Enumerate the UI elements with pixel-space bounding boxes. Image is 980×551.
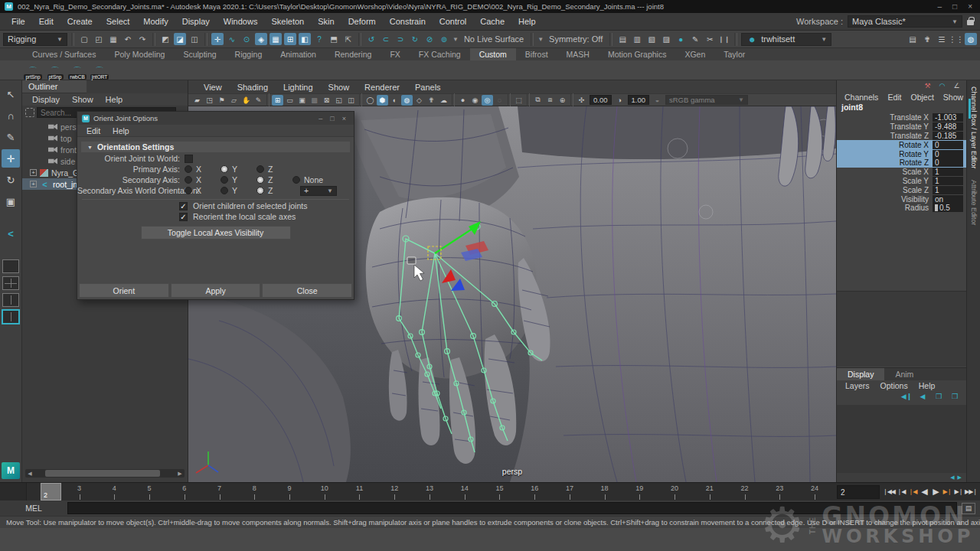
layer-editor-menu-item[interactable]: Layers	[840, 381, 875, 390]
radio-option[interactable]: X	[185, 186, 220, 195]
dialog-menu-item[interactable]: Help	[106, 126, 136, 135]
scroll-left-icon[interactable]	[25, 471, 34, 477]
close-icon[interactable]	[968, 2, 972, 11]
chevron-down-icon[interactable]	[452, 36, 459, 43]
radio-icon[interactable]	[185, 176, 192, 184]
scale-tool-icon[interactable]	[2, 192, 20, 210]
smooth-shade-icon[interactable]	[377, 95, 388, 106]
shelf-button[interactable]: prtSnp	[23, 61, 43, 80]
channel-box-menu-item[interactable]: Edit	[883, 93, 906, 102]
toggle-local-axes-button[interactable]: Toggle Local Axes Visibility	[141, 226, 291, 240]
filter-icon[interactable]	[25, 108, 34, 117]
snap-projected-center-icon[interactable]	[255, 33, 267, 45]
timeline-frame[interactable]: 18	[587, 483, 622, 500]
shelf-tab[interactable]: Rigging	[226, 48, 272, 60]
channel-attribute-row[interactable]: Translate X -1.003	[837, 113, 966, 122]
film-gate-icon[interactable]	[284, 95, 296, 106]
radio-option[interactable]: Y	[220, 175, 256, 184]
outliner-menu-item[interactable]: Help	[100, 95, 129, 104]
viewport-menu-item[interactable]: Panels	[407, 83, 449, 92]
minimize-icon[interactable]	[938, 2, 942, 11]
shelf-tab[interactable]: MASH	[557, 48, 599, 60]
channel-attribute-row[interactable]: Rotate Z 0	[837, 158, 966, 168]
timeline-frame[interactable]: 17	[552, 483, 587, 500]
radio-option[interactable]: X	[185, 165, 220, 174]
rotate-tool-icon[interactable]	[2, 171, 20, 189]
input-operations-icon[interactable]	[365, 33, 377, 45]
exposure-field[interactable]: 0.00	[590, 95, 612, 105]
menu-item[interactable]: Modify	[136, 14, 175, 29]
attribute-value[interactable]: -1.003	[933, 113, 963, 122]
radio-icon[interactable]	[256, 187, 264, 194]
shelf-tab[interactable]: Poly Modeling	[105, 48, 174, 60]
tab-attribute-editor[interactable]: Attribute Editor	[970, 175, 978, 230]
layer-editor-tab[interactable]: Display	[837, 368, 884, 380]
shelf-tab[interactable]: FX	[381, 48, 409, 60]
timeline-frame[interactable]: 6	[167, 483, 202, 500]
menu-item[interactable]: Create	[60, 14, 100, 29]
step-back-key-button[interactable]	[907, 486, 918, 498]
camera-icon[interactable]	[191, 95, 203, 106]
depth-of-field-icon[interactable]	[494, 95, 505, 106]
dialog-action-button[interactable]: Apply	[171, 283, 261, 298]
timeline-frame[interactable]: 14	[447, 483, 482, 500]
scrollbar-thumb[interactable]	[45, 470, 160, 477]
channel-attribute-row[interactable]: Rotate X 0	[837, 140, 966, 149]
move-tool-icon[interactable]	[2, 149, 20, 168]
ipr-render-icon[interactable]	[631, 33, 643, 45]
move-layer-up-icon[interactable]	[901, 391, 912, 401]
channel-attribute-row[interactable]: Visibility on	[837, 194, 966, 204]
attribute-value[interactable]: -9.488	[933, 122, 963, 131]
bookmark-icon[interactable]	[216, 95, 227, 106]
menu-item[interactable]: Constrain	[383, 14, 433, 29]
channel-attribute-row[interactable]: Scale X 1	[837, 168, 966, 177]
wireframe-icon[interactable]	[364, 95, 376, 106]
current-frame-field[interactable]	[837, 485, 880, 499]
lock-icon[interactable]	[967, 20, 974, 25]
grease-pencil-icon[interactable]	[253, 95, 264, 106]
gate-mask-icon[interactable]	[309, 95, 320, 106]
channel-box-menu-item[interactable]: Show	[939, 93, 968, 102]
image-plane-icon[interactable]	[228, 95, 240, 106]
screen-space-ao-icon[interactable]	[457, 95, 469, 106]
textured-icon[interactable]	[413, 95, 425, 106]
lasso-tool-icon[interactable]	[2, 106, 20, 125]
workspace-select[interactable]: Maya Classic*	[848, 15, 962, 28]
step-forward-key-button[interactable]	[942, 486, 952, 498]
play-backwards-button[interactable]	[919, 486, 929, 498]
radio-icon[interactable]	[185, 187, 192, 194]
2d-pan-zoom-icon[interactable]	[240, 95, 252, 106]
attribute-value[interactable]: 1	[933, 177, 963, 185]
xray-joints-icon[interactable]	[544, 95, 556, 106]
radio-icon[interactable]	[256, 165, 264, 173]
expand-icon[interactable]	[30, 169, 37, 176]
channel-box-menu-item[interactable]: Object	[906, 93, 938, 102]
shelf-tab[interactable]: Bifrost	[516, 48, 557, 60]
shelf-tab[interactable]: Rendering	[325, 48, 381, 60]
timeline-ruler[interactable]: 2 23456789101112131415161718192021222324	[27, 483, 832, 500]
radio-icon[interactable]	[220, 187, 228, 194]
camera-attrs-icon[interactable]	[204, 95, 215, 106]
scroll-right-icon[interactable]	[175, 471, 185, 477]
select-object-icon[interactable]	[174, 33, 186, 45]
minimize-icon[interactable]	[318, 115, 322, 122]
contrast-icon[interactable]	[614, 95, 626, 106]
field-chart-icon[interactable]	[321, 95, 332, 106]
viewport-menu-item[interactable]: Renderer	[357, 83, 407, 92]
viewport-menu-item[interactable]: Shading	[230, 83, 276, 92]
lock-selection-icon[interactable]	[328, 33, 340, 45]
radio-icon[interactable]	[220, 176, 228, 184]
snap-grid-icon[interactable]	[211, 33, 224, 45]
scroll-left-icon[interactable]	[950, 474, 954, 481]
radio-icon[interactable]	[220, 165, 228, 173]
construction-history-icon[interactable]	[423, 33, 436, 45]
colorspace-select[interactable]: sRGB gamma	[665, 95, 748, 105]
select-hierarchy-icon[interactable]	[159, 33, 172, 45]
timeline-frame[interactable]: 9	[272, 483, 307, 500]
motion-blur-icon[interactable]	[469, 95, 481, 106]
radio-option[interactable]: X	[185, 175, 220, 184]
highlight-selection-icon[interactable]	[342, 33, 354, 45]
bounding-box-icon[interactable]	[389, 95, 400, 106]
attribute-value[interactable]: 0	[933, 158, 963, 167]
resolution-gate-icon[interactable]	[296, 95, 308, 106]
